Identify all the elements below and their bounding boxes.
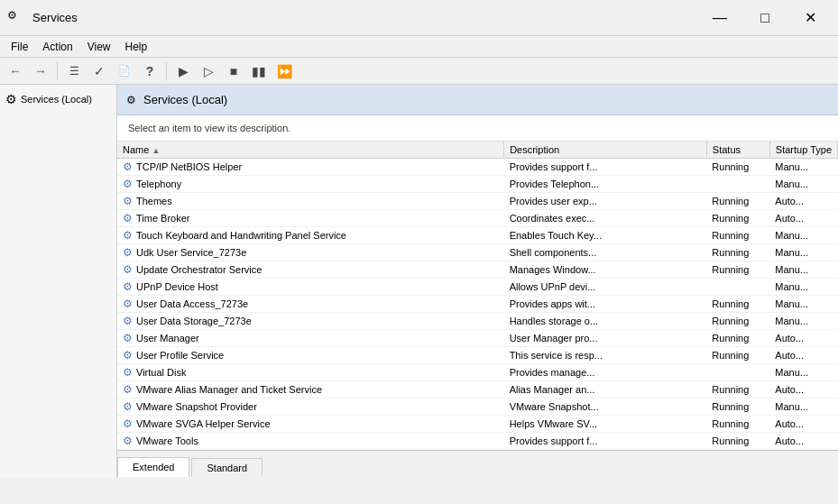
main-content: ⚙ Services (Local) ⚙ Services (Local) Se… [0, 85, 838, 477]
service-description: Alias Manager an... [504, 381, 707, 399]
service-startup: Manu... [769, 313, 837, 330]
service-name: ⚙VMware Snapshot Provider [117, 399, 504, 416]
menu-help[interactable]: Help [118, 39, 155, 55]
service-description: VMware Snapshot... [504, 399, 707, 416]
minimize-button[interactable]: — [699, 5, 741, 32]
service-name: ⚙Update Orchestrator Service [117, 261, 504, 279]
service-name: ⚙Touch Keyboard and Handwriting Panel Se… [117, 227, 504, 244]
table-row[interactable]: ⚙Touch Keyboard and Handwriting Panel Se… [117, 227, 838, 244]
table-row[interactable]: ⚙UPnP Device HostAllows UPnP devi...Manu… [117, 279, 838, 296]
table-row[interactable]: ⚙Udk User Service_7273eShell components.… [117, 244, 838, 261]
sidebar-item-label: Services (Local) [21, 94, 92, 105]
menu-file[interactable]: File [4, 39, 35, 55]
properties-button[interactable]: 📄 [113, 60, 136, 82]
back-button[interactable]: ← [4, 60, 27, 82]
service-startup: Manu... [769, 296, 837, 313]
service-status: Running [706, 244, 769, 261]
start-service2-button[interactable]: ▷ [197, 60, 220, 82]
close-button[interactable]: ✕ [789, 5, 831, 32]
table-row[interactable]: ⚙VMware Snapshot ProviderVMware Snapshot… [117, 399, 838, 416]
service-icon: ⚙ [123, 160, 133, 173]
services-local-icon: ⚙ [5, 92, 17, 106]
service-name: ⚙User Profile Service [117, 347, 504, 364]
service-description: Provides support f... [504, 433, 707, 450]
service-status: Running [706, 313, 769, 330]
service-icon: ⚙ [123, 212, 133, 225]
table-row[interactable]: ⚙User Data Storage_7273eHandles storage … [117, 313, 838, 330]
help-button[interactable]: ? [138, 60, 161, 82]
services-table[interactable]: Name ▲ Description Status Startup Type ⚙… [117, 142, 838, 450]
service-status: Running [706, 227, 769, 244]
table-row[interactable]: ⚙Time BrokerCoordinates exec...RunningAu… [117, 210, 838, 227]
table-row[interactable]: ⚙TelephonyProvides Telephon...Manu... [117, 176, 838, 193]
table-row[interactable]: ⚙ThemesProvides user exp...RunningAuto..… [117, 193, 838, 210]
sidebar-item-services-local[interactable]: ⚙ Services (Local) [4, 88, 113, 110]
service-status [706, 364, 769, 381]
service-startup: Auto... [769, 330, 837, 347]
show-console-tree-button[interactable]: ☰ [62, 60, 86, 82]
table-row[interactable]: ⚙User Profile ServiceThis service is res… [117, 347, 838, 364]
service-description: Coordinates exec... [504, 210, 707, 227]
service-icon: ⚙ [123, 349, 133, 362]
table-row[interactable]: ⚙VMware Alias Manager and Ticket Service… [117, 381, 838, 399]
service-startup: Manu... [769, 399, 837, 416]
col-startup[interactable]: Startup Type [769, 142, 837, 159]
service-status [706, 279, 769, 296]
service-name: ⚙User Manager [117, 330, 504, 347]
table-row[interactable]: ⚙User Data Access_7273eProvides apps wit… [117, 296, 838, 313]
service-name: ⚙VMware Tools [117, 433, 504, 450]
service-icon: ⚙ [123, 315, 133, 327]
service-description: Provides user exp... [504, 193, 707, 210]
table-row[interactable]: ⚙Update Orchestrator ServiceManages Wind… [117, 261, 838, 279]
menu-view[interactable]: View [80, 39, 118, 55]
title-bar: ⚙ Services — □ ✕ [0, 0, 838, 36]
service-description: Provides Telephon... [504, 176, 707, 193]
service-status: Running [706, 399, 769, 416]
service-startup: Manu... [769, 176, 837, 193]
service-name: ⚙Themes [117, 193, 504, 210]
service-description: This service is resp... [504, 347, 707, 364]
service-name: ⚙User Data Storage_7273e [117, 313, 504, 330]
table-row[interactable]: ⚙User ManagerUser Manager pro...RunningA… [117, 330, 838, 347]
menu-action[interactable]: Action [35, 39, 79, 55]
table-row[interactable]: ⚙Virtual DiskProvides manage...Manu... [117, 364, 838, 381]
table-row[interactable]: ⚙VMware SVGA Helper ServiceHelps VMware … [117, 416, 838, 433]
service-name: ⚙User Data Access_7273e [117, 296, 504, 313]
col-status[interactable]: Status [706, 142, 769, 159]
tab-extended[interactable]: Extended [117, 457, 189, 477]
service-icon: ⚙ [123, 229, 133, 242]
service-name: ⚙VMware Alias Manager and Ticket Service [117, 381, 504, 399]
service-name: ⚙UPnP Device Host [117, 279, 504, 296]
service-icon: ⚙ [123, 366, 133, 379]
pause-service-button[interactable]: ▮▮ [247, 60, 271, 82]
refresh-button[interactable]: ✓ [87, 60, 111, 82]
content-header: ⚙ Services (Local) [117, 85, 838, 115]
col-description[interactable]: Description [504, 142, 707, 159]
service-status: Running [706, 296, 769, 313]
service-description: Enables Touch Key... [504, 227, 707, 244]
service-startup: Manu... [769, 159, 837, 176]
maximize-button[interactable]: □ [744, 5, 786, 32]
service-description: Provides manage... [504, 364, 707, 381]
content-header-icon: ⚙ [126, 94, 136, 106]
service-status: Running [706, 330, 769, 347]
service-status: Running [706, 381, 769, 399]
service-startup: Auto... [769, 210, 837, 227]
sep2 [166, 62, 167, 80]
content-header-text: Services (Local) [143, 93, 227, 106]
service-startup: Manu... [769, 279, 837, 296]
service-startup: Manu... [769, 364, 837, 381]
table-row[interactable]: ⚙TCP/IP NetBIOS HelperProvides support f… [117, 159, 838, 176]
sidebar: ⚙ Services (Local) [0, 85, 117, 477]
start-service-button[interactable]: ▶ [171, 60, 195, 82]
stop-service-button[interactable]: ■ [222, 60, 245, 82]
forward-button[interactable]: → [29, 60, 52, 82]
resume-service-button[interactable]: ⏩ [272, 60, 296, 82]
col-name[interactable]: Name ▲ [117, 142, 504, 159]
service-description: Shell components... [504, 244, 707, 261]
table-row[interactable]: ⚙VMware ToolsProvides support f...Runnin… [117, 433, 838, 450]
service-status: Running [706, 416, 769, 433]
service-icon: ⚙ [123, 298, 133, 310]
tab-standard[interactable]: Standard [191, 458, 262, 477]
service-name: ⚙TCP/IP NetBIOS Helper [117, 159, 504, 176]
